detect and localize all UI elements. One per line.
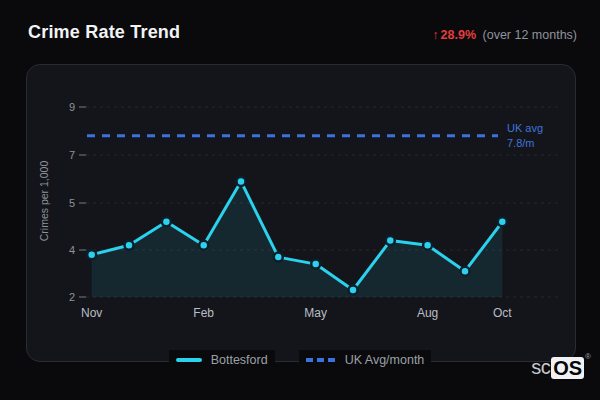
trend-up-arrow-icon: ↑: [432, 28, 438, 42]
data-point-dec[interactable]: [125, 241, 134, 250]
trend-percentage: 28.9%: [441, 28, 476, 42]
x-tick-label-feb: Feb: [193, 306, 214, 320]
data-point-jun[interactable]: [349, 286, 358, 295]
chart-card: Crimes per 1,000 UK avg 7.8/m 24579NovFe…: [26, 64, 576, 362]
data-point-sep[interactable]: [461, 267, 470, 276]
legend-label-bottesford: Bottesford: [211, 353, 268, 367]
data-point-may[interactable]: [311, 260, 320, 269]
logo-text-os: OS: [551, 357, 584, 379]
x-tick-label-oct: Oct: [493, 306, 512, 320]
y-tick-label-9: 9: [69, 101, 75, 113]
trend-stat: ↑28.9% (over 12 months): [432, 28, 577, 42]
y-tick-label-2: 2: [69, 291, 75, 303]
data-point-jul[interactable]: [386, 236, 395, 245]
chart-legend: Bottesford UK Avg/month: [0, 350, 600, 370]
legend-label-uk-avg: UK Avg/month: [345, 353, 425, 367]
legend-item-uk-avg[interactable]: UK Avg/month: [299, 350, 432, 370]
data-point-jan[interactable]: [162, 217, 171, 226]
logo-text-prefix: sc: [531, 356, 550, 379]
trend-chart-svg: Crimes per 1,000 UK avg 7.8/m 24579NovFe…: [27, 65, 575, 361]
y-axis-title: Crimes per 1,000: [38, 161, 50, 242]
data-point-oct[interactable]: [498, 217, 507, 226]
trend-period-note: (over 12 months): [483, 28, 577, 42]
y-tick-label-5: 5: [69, 197, 75, 209]
x-tick-label-may: May: [304, 306, 327, 320]
scos-logo: sc OS ®: [531, 356, 591, 379]
dashed-line-swatch-icon: [306, 358, 336, 362]
data-point-feb[interactable]: [199, 241, 208, 250]
data-point-apr[interactable]: [274, 253, 283, 262]
x-tick-label-aug: Aug: [417, 306, 438, 320]
y-tick-label-7: 7: [69, 149, 75, 161]
uk-avg-annotation-line1: UK avg: [507, 122, 543, 134]
y-tick-label-4: 4: [69, 244, 75, 256]
data-point-nov[interactable]: [87, 250, 96, 259]
solid-line-swatch-icon: [176, 358, 202, 362]
data-point-aug[interactable]: [423, 241, 432, 250]
data-point-mar[interactable]: [237, 177, 246, 186]
x-tick-label-nov: Nov: [81, 306, 102, 320]
bottesford-area-fill: [92, 181, 503, 297]
registered-trademark-icon: ®: [585, 352, 591, 361]
uk-avg-annotation-line2: 7.8/m: [507, 137, 535, 149]
page-title: Crime Rate Trend: [28, 22, 180, 43]
legend-item-bottesford[interactable]: Bottesford: [169, 350, 275, 370]
